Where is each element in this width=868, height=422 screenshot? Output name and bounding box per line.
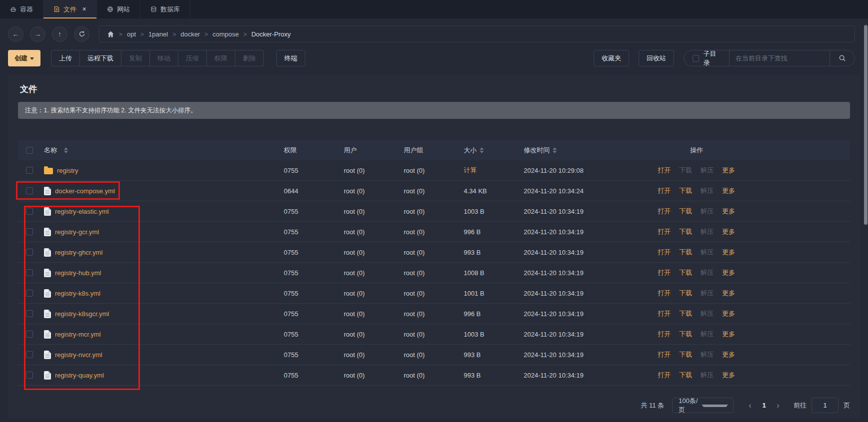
action-more[interactable]: 更多 <box>722 330 735 339</box>
home-icon[interactable] <box>107 30 114 38</box>
next-page-button[interactable] <box>771 401 786 410</box>
action-more[interactable]: 更多 <box>722 186 735 195</box>
back-button[interactable]: ← <box>8 26 23 42</box>
file-name-link[interactable]: registry-gcr.yml <box>55 228 99 236</box>
file-name-link[interactable]: registry <box>57 167 78 174</box>
terminal-button[interactable]: 终端 <box>276 50 305 66</box>
permission-value: 0755 <box>278 331 338 338</box>
search-button[interactable] <box>830 50 855 66</box>
action-more[interactable]: 更多 <box>722 268 735 277</box>
breadcrumb-item[interactable]: 1panel <box>140 30 168 38</box>
toolbar-button-upload[interactable]: 上传 <box>51 50 80 66</box>
sort-icon[interactable] <box>553 147 557 153</box>
row-checkbox[interactable] <box>26 310 33 317</box>
file-name-link[interactable]: registry-k8sgcr.yml <box>55 310 109 318</box>
tab-databases[interactable]: 数据库 <box>140 0 190 18</box>
action-open[interactable]: 打开 <box>658 289 671 298</box>
breadcrumb-item[interactable]: docker <box>172 30 200 38</box>
action-download[interactable]: 下载 <box>679 371 692 380</box>
file-name-link[interactable]: docker-compose.yml <box>55 187 115 195</box>
breadcrumb: opt1paneldockercomposeDocker-Proxy <box>99 25 855 42</box>
action-open[interactable]: 打开 <box>658 371 671 380</box>
file-name-link[interactable]: registry-k8s.yml <box>55 290 100 297</box>
action-more[interactable]: 更多 <box>722 371 735 380</box>
action-more[interactable]: 更多 <box>722 350 735 359</box>
size-value[interactable]: 计算 <box>464 166 477 175</box>
sort-icon[interactable] <box>64 147 68 153</box>
action-open[interactable]: 打开 <box>658 268 671 277</box>
file-name-link[interactable]: registry-ghcr.yml <box>55 249 102 256</box>
row-checkbox[interactable] <box>26 167 33 174</box>
action-more[interactable]: 更多 <box>722 309 735 318</box>
action-extract: 解压 <box>701 207 714 216</box>
breadcrumb-item[interactable]: opt <box>119 30 136 38</box>
breadcrumb-item[interactable]: Docker-Proxy <box>243 30 291 38</box>
create-button[interactable]: 创建 <box>8 50 40 66</box>
action-more[interactable]: 更多 <box>722 207 735 216</box>
user-value: root (0) <box>338 228 398 236</box>
column-name[interactable]: 名称 <box>38 146 278 155</box>
row-checkbox[interactable] <box>26 351 33 358</box>
action-open[interactable]: 打开 <box>658 166 671 175</box>
sort-icon[interactable] <box>480 147 484 153</box>
row-actions: 打开下载解压更多 <box>643 289 850 298</box>
forward-button[interactable]: → <box>30 26 45 42</box>
tab-containers[interactable]: 容器 <box>0 0 43 18</box>
action-download[interactable]: 下载 <box>679 289 692 298</box>
favorites-button[interactable]: 收藏夹 <box>594 50 629 66</box>
row-checkbox[interactable] <box>26 372 33 379</box>
row-checkbox[interactable] <box>26 290 33 297</box>
file-name-link[interactable]: registry-hub.yml <box>55 269 101 277</box>
refresh-button[interactable] <box>74 26 89 42</box>
row-checkbox[interactable] <box>26 331 33 338</box>
toolbar-button-remote-download[interactable]: 远程下载 <box>80 50 121 66</box>
row-checkbox[interactable] <box>26 228 33 235</box>
row-checkbox[interactable] <box>26 187 33 194</box>
row-checkbox[interactable] <box>26 208 33 215</box>
action-download[interactable]: 下载 <box>679 350 692 359</box>
action-open[interactable]: 打开 <box>658 309 671 318</box>
goto-page-input[interactable] <box>812 398 839 413</box>
file-name-link[interactable]: registry-nvcr.yml <box>55 351 102 359</box>
page-size-select[interactable]: 100条/页 <box>672 398 734 413</box>
tab-files[interactable]: 文件 <box>43 0 97 18</box>
action-more[interactable]: 更多 <box>722 289 735 298</box>
action-open[interactable]: 打开 <box>658 186 671 195</box>
subdirectory-checkbox[interactable] <box>693 55 699 62</box>
file-name-link[interactable]: registry-quay.yml <box>55 372 104 379</box>
action-download[interactable]: 下载 <box>679 186 692 195</box>
up-button[interactable]: ↑ <box>52 26 67 42</box>
row-checkbox[interactable] <box>26 249 33 256</box>
file-name-link[interactable]: registry-elastic.yml <box>55 208 109 215</box>
column-mtime[interactable]: 修改时间 <box>518 146 643 155</box>
current-page[interactable]: 1 <box>758 402 771 409</box>
action-download[interactable]: 下载 <box>679 330 692 339</box>
action-open[interactable]: 打开 <box>658 207 671 216</box>
row-checkbox[interactable] <box>26 269 33 276</box>
action-open[interactable]: 打开 <box>658 330 671 339</box>
scrollbar-thumb[interactable] <box>864 25 868 225</box>
action-more[interactable]: 更多 <box>722 248 735 257</box>
prev-page-button[interactable] <box>743 401 758 410</box>
column-size[interactable]: 大小 <box>458 146 518 155</box>
action-open[interactable]: 打开 <box>658 248 671 257</box>
permission-value: 0644 <box>278 187 338 195</box>
close-icon[interactable] <box>82 6 86 12</box>
breadcrumb-item[interactable]: compose <box>204 30 239 38</box>
action-download[interactable]: 下载 <box>679 207 692 216</box>
subdirectory-toggle[interactable]: 子目录 <box>684 50 730 66</box>
file-name-link[interactable]: registry-mcr.yml <box>55 331 101 338</box>
action-open[interactable]: 打开 <box>658 350 671 359</box>
action-download[interactable]: 下载 <box>679 268 692 277</box>
action-more[interactable]: 更多 <box>722 227 735 236</box>
action-download[interactable]: 下载 <box>679 227 692 236</box>
tab-websites[interactable]: 网站 <box>97 0 140 18</box>
select-all-checkbox[interactable] <box>26 147 33 154</box>
search-input[interactable] <box>730 50 830 66</box>
recycle-bin-button[interactable]: 回收站 <box>639 50 674 66</box>
action-download[interactable]: 下载 <box>679 248 692 257</box>
action-download[interactable]: 下载 <box>679 309 692 318</box>
action-open[interactable]: 打开 <box>658 227 671 236</box>
total-count: 共 11 条 <box>641 401 664 410</box>
action-more[interactable]: 更多 <box>722 166 735 175</box>
